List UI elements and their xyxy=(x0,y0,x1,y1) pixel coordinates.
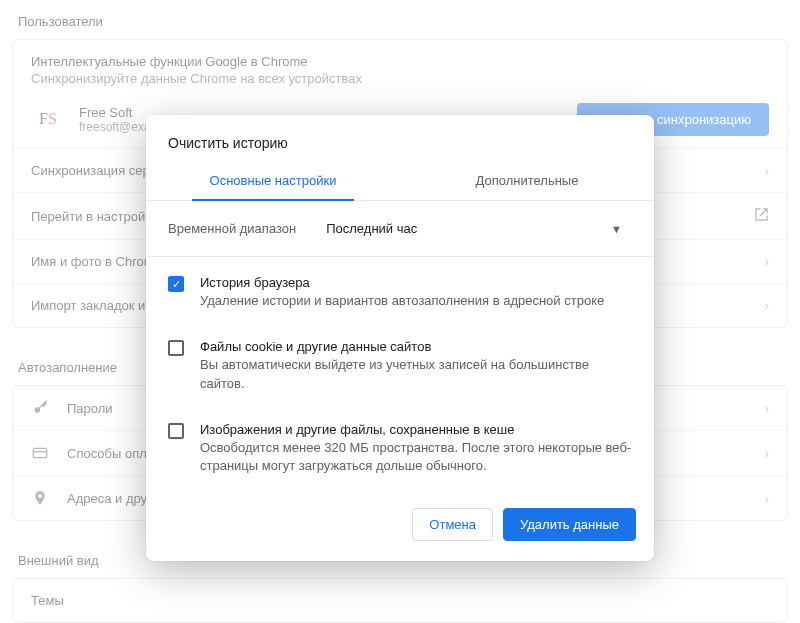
tab-advanced[interactable]: Дополнительные xyxy=(400,161,654,200)
clear-item-history: ✓ История браузера Удаление истории и ва… xyxy=(146,261,654,325)
checkbox-cache[interactable] xyxy=(168,423,184,439)
dialog-title: Очистить историю xyxy=(146,115,654,161)
time-range-select[interactable]: Последний час ▼ xyxy=(314,215,632,242)
item-cookies-title: Файлы cookie и другие данные сайтов xyxy=(200,339,632,354)
checkbox-history[interactable]: ✓ xyxy=(168,276,184,292)
clear-data-button[interactable]: Удалить данные xyxy=(503,508,636,541)
checkbox-cookies[interactable] xyxy=(168,340,184,356)
item-cache-desc: Освободится менее 320 МБ пространства. П… xyxy=(200,439,632,477)
item-cache-title: Изображения и другие файлы, сохраненные … xyxy=(200,422,632,437)
item-cookies-desc: Вы автоматически выйдете из учетных запи… xyxy=(200,356,632,394)
item-history-desc: Удаление истории и вариантов автозаполне… xyxy=(200,292,604,311)
chevron-down-icon: ▼ xyxy=(611,223,622,235)
clear-item-cache: Изображения и другие файлы, сохраненные … xyxy=(146,408,654,491)
time-range-value: Последний час xyxy=(326,221,417,236)
item-history-title: История браузера xyxy=(200,275,604,290)
clear-item-cookies: Файлы cookie и другие данные сайтов Вы а… xyxy=(146,325,654,408)
cancel-button[interactable]: Отмена xyxy=(412,508,493,541)
clear-history-dialog: Очистить историю Основные настройки Допо… xyxy=(146,115,654,561)
tab-basic[interactable]: Основные настройки xyxy=(146,161,400,200)
time-range-label: Временной диапазон xyxy=(168,221,296,236)
